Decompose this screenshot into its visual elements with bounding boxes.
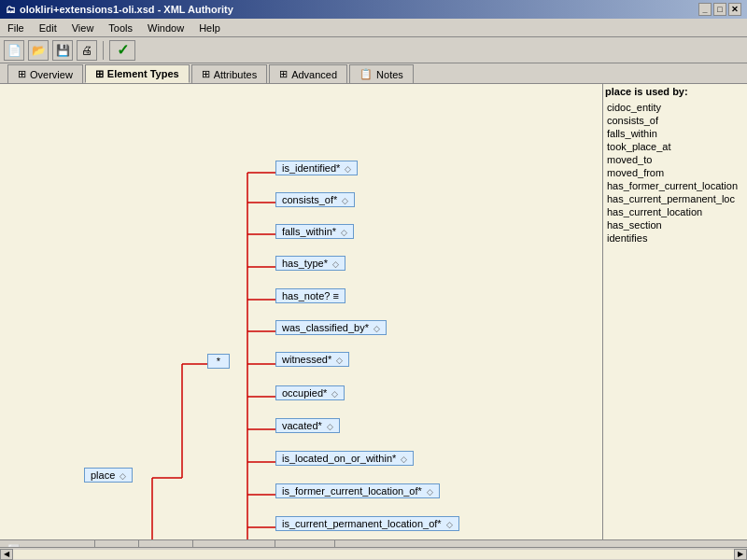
node-consists-of[interactable]: consists_of* ◇ <box>275 192 355 207</box>
node-place[interactable]: place ◇ <box>84 468 133 483</box>
title-bar: 🗂 olokliri+extensions1-oli.xsd - XML Aut… <box>0 0 747 19</box>
separator-1 <box>103 41 104 60</box>
main-area: place ◇ * is_identified* ◇ consists_of* … <box>0 84 747 539</box>
right-panel-item[interactable]: consists_of <box>605 114 745 127</box>
node-has-type[interactable]: has_type* ◇ <box>275 256 345 271</box>
validate-button[interactable]: ✓ <box>109 40 135 61</box>
tab-attributes[interactable]: ⊞ Attributes <box>191 64 267 83</box>
menu-window[interactable]: Window <box>144 21 188 35</box>
node-was-classified-by[interactable]: was_classified_by* ◇ <box>275 320 387 335</box>
app-icon: 🗂 <box>6 4 16 15</box>
right-panel-title: place is used by: <box>605 86 745 97</box>
menu-tools[interactable]: Tools <box>105 21 136 35</box>
save-button[interactable]: 💾 <box>52 40 73 61</box>
tab-advanced[interactable]: ⊞ Advanced <box>269 64 347 83</box>
right-panel-item[interactable]: has_section <box>605 218 745 231</box>
tab-notes-icon: 📋 <box>359 68 373 80</box>
tab-advanced-icon: ⊞ <box>279 68 288 80</box>
menu-edit[interactable]: Edit <box>35 21 61 35</box>
node-has-note[interactable]: has_note? ≡ <box>275 288 345 303</box>
open-button[interactable]: 📂 <box>28 40 49 61</box>
right-panel-item[interactable]: has_current_location <box>605 205 745 218</box>
right-panel: place is used by: cidoc_entity consists_… <box>602 84 747 539</box>
right-panel-item[interactable]: falls_within <box>605 127 745 140</box>
menu-file[interactable]: File <box>4 21 28 35</box>
node-witnessed[interactable]: witnessed* ◇ <box>275 352 349 367</box>
tabs: ⊞ Overview ⊞ Element Types ⊞ Attributes … <box>0 63 747 84</box>
node-is-former-current-location-of[interactable]: is_former_current_location_of* ◇ <box>275 483 440 498</box>
tab-attributes-icon: ⊞ <box>202 68 210 80</box>
minimize-button[interactable]: _ <box>698 3 712 16</box>
scroll-left-button[interactable]: ◀ <box>0 549 13 560</box>
tab-element-types[interactable]: ⊞ Element Types <box>85 64 190 83</box>
maximize-button[interactable]: □ <box>713 3 726 16</box>
close-button[interactable]: ✕ <box>728 3 741 16</box>
scroll-right-button[interactable]: ▶ <box>734 549 747 560</box>
right-panel-item[interactable]: has_former_current_location <box>605 179 745 192</box>
new-button[interactable]: 📄 <box>4 40 24 61</box>
node-occupied[interactable]: occupied* ◇ <box>275 385 345 400</box>
print-button[interactable]: 🖨 <box>77 40 97 61</box>
tree-panel: place ◇ * is_identified* ◇ consists_of* … <box>0 84 602 539</box>
node-is-current-permanent-location-of[interactable]: is_current_permanent_location_of* ◇ <box>275 516 459 531</box>
tab-notes[interactable]: 📋 Notes <box>349 64 414 83</box>
menu-help[interactable]: Help <box>195 21 224 35</box>
right-panel-item[interactable]: identifies <box>605 231 745 245</box>
title-bar-left: 🗂 olokliri+extensions1-oli.xsd - XML Aut… <box>6 4 233 15</box>
window-title: olokliri+extensions1-oli.xsd - XML Autho… <box>20 4 233 15</box>
right-panel-item[interactable]: has_current_permanent_loc <box>605 192 745 205</box>
tab-overview-icon: ⊞ <box>18 68 26 80</box>
right-panel-item[interactable]: moved_from <box>605 166 745 179</box>
node-is-identified[interactable]: is_identified* ◇ <box>275 161 358 175</box>
node-falls-within[interactable]: falls_within* ◇ <box>275 224 354 239</box>
title-bar-controls[interactable]: _ □ ✕ <box>698 3 741 16</box>
node-is-located-on-or-within[interactable]: is_located_on_or_within* ◇ <box>275 451 414 466</box>
toolbar: 📄 📂 💾 🖨 ✓ <box>0 37 747 63</box>
node-vacated[interactable]: vacated* ◇ <box>275 418 340 433</box>
right-panel-item[interactable]: cidoc_entity <box>605 101 745 114</box>
tab-overview[interactable]: ⊞ Overview <box>7 64 83 83</box>
scroll-track[interactable] <box>13 550 734 559</box>
right-panel-item[interactable]: took_place_at <box>605 140 745 153</box>
menu-bar: File Edit View Tools Window Help <box>0 19 747 37</box>
right-panel-list: cidoc_entity consists_of falls_within to… <box>605 101 745 245</box>
node-wildcard[interactable]: * <box>207 354 230 369</box>
right-panel-scrollbar[interactable]: ◀ ▶ <box>0 547 747 560</box>
menu-view[interactable]: View <box>68 21 98 35</box>
right-panel-item[interactable]: moved_to <box>605 153 745 166</box>
tab-element-types-icon: ⊞ <box>95 68 104 80</box>
